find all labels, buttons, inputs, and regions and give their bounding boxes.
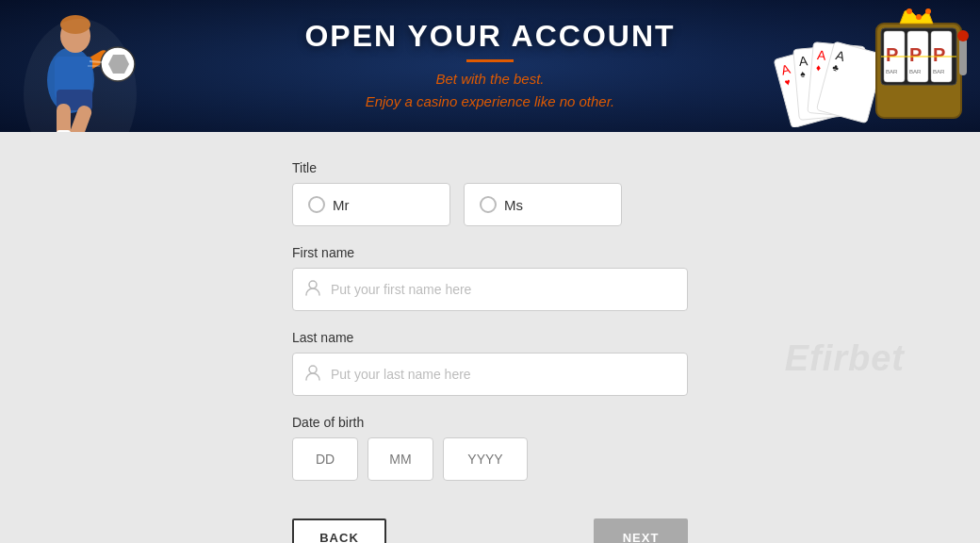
svg-text:P: P [933,44,945,65]
subtitle-line2: Enjoy a casino experience like no other. [366,93,615,109]
title-ms-option[interactable]: Ms [464,183,622,226]
svg-point-50 [309,366,317,373]
dob-year-input[interactable] [443,437,528,481]
header-subtitle: Bet with the best. Enjoy a casino experi… [304,68,675,113]
title-field-group: Title Mr Ms [292,160,688,226]
svg-text:BAR: BAR [886,69,898,74]
title-mr-radio[interactable] [308,196,325,213]
svg-rect-37 [959,38,967,75]
svg-point-41 [916,14,922,20]
person-icon-2 [304,364,321,386]
dob-field-group: Date of birth [292,415,688,481]
first-name-label: First name [292,245,688,260]
svg-text:P: P [886,44,898,65]
content-wrapper: Title Mr Ms First name [0,132,980,543]
title-label: Title [292,160,688,175]
dob-day-input[interactable] [292,437,358,481]
svg-text:BAR: BAR [909,69,922,74]
casino-image: A ♥ A ♠ A ♦ A ♣ [763,5,971,127]
title-radio-row: Mr Ms [292,183,688,226]
svg-point-49 [309,281,317,288]
svg-point-12 [24,19,137,132]
svg-text:BAR: BAR [933,69,945,74]
dob-month-input[interactable] [368,437,433,481]
header-center: OPEN YOUR ACCOUNT Bet with the best. Enj… [304,19,675,113]
svg-point-38 [957,30,969,41]
svg-text:♦: ♦ [816,62,822,73]
last-name-input[interactable] [331,367,676,382]
subtitle-line1: Bet with the best. [435,71,544,87]
player-image [0,0,170,132]
last-name-label: Last name [292,330,688,345]
header-title: OPEN YOUR ACCOUNT [304,19,675,54]
dob-label: Date of birth [292,415,688,430]
first-name-field-group: First name [292,245,688,311]
last-name-field-group: Last name [292,330,688,396]
title-mr-option[interactable]: Mr [292,183,450,226]
title-mr-label: Mr [333,197,350,213]
last-name-input-wrapper [292,353,688,396]
person-icon [304,279,321,301]
header-divider [466,59,514,62]
buttons-row: BACK NEXT [292,518,688,543]
title-ms-label: Ms [504,197,523,213]
form-container: Title Mr Ms First name [292,160,688,543]
first-name-input[interactable] [331,282,676,297]
dob-row [292,437,688,481]
header-banner: OPEN YOUR ACCOUNT Bet with the best. Enj… [0,0,980,132]
back-button[interactable]: BACK [292,518,386,543]
first-name-input-wrapper [292,268,688,311]
svg-point-42 [925,8,931,14]
form-area: Title Mr Ms First name [0,132,980,543]
title-ms-radio[interactable] [480,196,497,213]
svg-point-40 [906,8,912,14]
next-button[interactable]: NEXT [594,518,688,543]
svg-text:P: P [909,44,922,65]
